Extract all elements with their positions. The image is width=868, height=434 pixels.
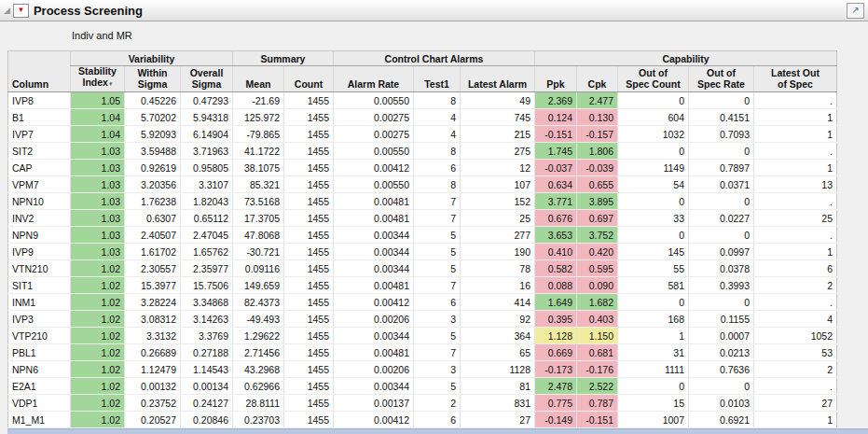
cell-out-of-spec-rate: 0.7636 xyxy=(689,361,754,378)
cell-test1: 4 xyxy=(414,109,461,126)
row-label[interactable]: B1 xyxy=(8,109,71,126)
cell-count: 1455 xyxy=(284,193,334,210)
cell-stability-index: 1.02 xyxy=(71,277,125,294)
column-header-latest-alarm[interactable]: Latest Alarm xyxy=(461,66,535,92)
cell-overall-sigma: 0.65112 xyxy=(181,210,233,227)
cell-count: 1455 xyxy=(284,412,334,428)
row-label[interactable]: IVP9 xyxy=(8,244,71,260)
column-header-column[interactable]: Column xyxy=(8,51,71,92)
horizontal-scrollbar[interactable] xyxy=(7,428,868,434)
cell-alarm-rate: 0.00344 xyxy=(334,328,414,344)
row-label[interactable]: CAP xyxy=(8,160,71,176)
column-header-count[interactable]: Count xyxy=(284,66,334,92)
row-label[interactable]: M1_M1 xyxy=(8,412,71,428)
cell-test1: 2 xyxy=(414,395,461,412)
row-label[interactable]: SIT1 xyxy=(8,277,71,294)
table-row: INV21.030.63070.6511217.370514550.004817… xyxy=(8,210,837,227)
cell-out-of-spec-rate: 0 xyxy=(689,378,754,395)
cell-ppk: 0.669 xyxy=(535,344,577,361)
cell-count: 1455 xyxy=(284,176,334,193)
column-header-stability-index[interactable]: StabilityIndex▾ xyxy=(71,66,125,92)
cell-count: 1455 xyxy=(284,277,334,294)
cell-cpk: -0.157 xyxy=(577,126,618,143)
row-label[interactable]: E2A1 xyxy=(8,378,71,395)
cell-within-sigma: 3.28224 xyxy=(125,294,181,311)
cell-latest-alarm: 190 xyxy=(461,244,535,260)
cell-stability-index: 1.02 xyxy=(71,260,125,277)
column-header-alarm-rate[interactable]: Alarm Rate xyxy=(334,66,414,92)
cell-stability-index: 1.02 xyxy=(71,361,125,378)
cell-cpk: -0.039 xyxy=(577,160,618,176)
red-triangle-menu-button[interactable]: ▼ xyxy=(13,4,29,18)
row-label[interactable]: INV2 xyxy=(8,210,71,227)
row-label[interactable]: VTN210 xyxy=(8,260,71,277)
row-label[interactable]: NPN9 xyxy=(8,227,71,244)
cell-test1: 5 xyxy=(414,378,461,395)
cell-alarm-rate: 0.00481 xyxy=(334,344,414,361)
cell-mean: 2.71456 xyxy=(233,344,284,361)
cell-out-of-spec-count: 1 xyxy=(618,328,689,344)
column-header-out-of-spec-count[interactable]: Out ofSpec Count xyxy=(618,66,689,92)
cell-mean: 17.3705 xyxy=(233,210,284,227)
cell-within-sigma: 5.92093 xyxy=(125,126,181,143)
cell-count: 1455 xyxy=(284,294,334,311)
outline-collapse-icon[interactable]: ◢ xyxy=(4,7,10,15)
cell-ppk: 0.395 xyxy=(535,311,577,328)
row-label[interactable]: NPN10 xyxy=(8,193,71,210)
method-label: Indiv and MR xyxy=(72,30,868,41)
cell-ppk: -0.037 xyxy=(535,160,577,176)
cell-mean: 0.62966 xyxy=(233,378,284,395)
row-label[interactable]: IVP8 xyxy=(8,92,71,109)
cell-within-sigma: 1.61702 xyxy=(125,244,181,260)
row-label[interactable]: SIT2 xyxy=(8,143,71,160)
cell-ppk: 3.653 xyxy=(535,227,577,244)
cell-ppk: 0.124 xyxy=(535,109,577,126)
cell-latest-alarm: 277 xyxy=(461,227,535,244)
column-header-ppk[interactable]: Ppk xyxy=(535,66,577,92)
column-header-test1[interactable]: Test1 xyxy=(414,66,461,92)
cell-count: 1455 xyxy=(284,244,334,260)
cell-latest-out-of-spec: 53 xyxy=(754,344,837,361)
open-in-window-button[interactable]: ↗ xyxy=(847,3,864,19)
row-label[interactable]: INM1 xyxy=(8,294,71,311)
row-label[interactable]: VTP210 xyxy=(8,328,71,344)
group-header-control-chart-alarms: Control Chart Alarms xyxy=(334,51,535,66)
row-label[interactable]: IVP7 xyxy=(8,126,71,143)
column-header-within-sigma[interactable]: WithinSigma xyxy=(125,66,181,92)
cell-stability-index: 1.02 xyxy=(71,395,125,412)
table-row: NPN91.032.405072.4704547.806814550.00344… xyxy=(8,227,837,244)
cell-stability-index: 1.05 xyxy=(71,92,125,109)
cell-within-sigma: 0.23752 xyxy=(125,395,181,412)
row-label[interactable]: VPM7 xyxy=(8,176,71,193)
row-label[interactable]: NPN6 xyxy=(8,361,71,378)
row-label[interactable]: VDP1 xyxy=(8,395,71,412)
cell-latest-out-of-spec: 1 xyxy=(754,126,837,143)
cell-alarm-rate: 0.00206 xyxy=(334,361,414,378)
cell-latest-alarm: 215 xyxy=(461,126,535,143)
cell-overall-sigma: 3.34868 xyxy=(181,294,233,311)
cell-stability-index: 1.03 xyxy=(71,210,125,227)
window-arrow-icon: ↗ xyxy=(851,6,859,15)
cell-within-sigma: 3.3132 xyxy=(125,328,181,344)
column-header-cpk[interactable]: Cpk xyxy=(577,66,618,92)
cell-mean: 47.8068 xyxy=(233,227,284,244)
row-label[interactable]: IVP3 xyxy=(8,311,71,328)
cell-cpk: 2.522 xyxy=(577,378,618,395)
cell-mean: 73.5168 xyxy=(233,193,284,210)
column-header-mean[interactable]: Mean xyxy=(233,66,284,92)
cell-ppk: 0.634 xyxy=(535,176,577,193)
cell-latest-out-of-spec: . xyxy=(754,378,837,395)
column-header-overall-sigma[interactable]: OverallSigma xyxy=(181,66,233,92)
cell-out-of-spec-rate: 0.0378 xyxy=(689,260,754,277)
column-header-out-of-spec-rate[interactable]: Out ofSpec Rate xyxy=(689,66,754,92)
column-header-latest-out-of-spec[interactable]: Latest Outof Spec xyxy=(754,66,837,92)
cell-latest-alarm: 16 xyxy=(461,277,535,294)
cell-count: 1455 xyxy=(284,227,334,244)
cell-out-of-spec-rate: 0.0007 xyxy=(689,328,754,344)
cell-within-sigma: 0.45226 xyxy=(125,92,181,109)
table-row: IVP71.045.920936.14904-79.86514550.00275… xyxy=(8,126,837,143)
cell-within-sigma: 2.30557 xyxy=(125,260,181,277)
row-label[interactable]: PBL1 xyxy=(8,344,71,361)
cell-mean: 149.659 xyxy=(233,277,284,294)
cell-out-of-spec-rate: 0.3993 xyxy=(689,277,754,294)
